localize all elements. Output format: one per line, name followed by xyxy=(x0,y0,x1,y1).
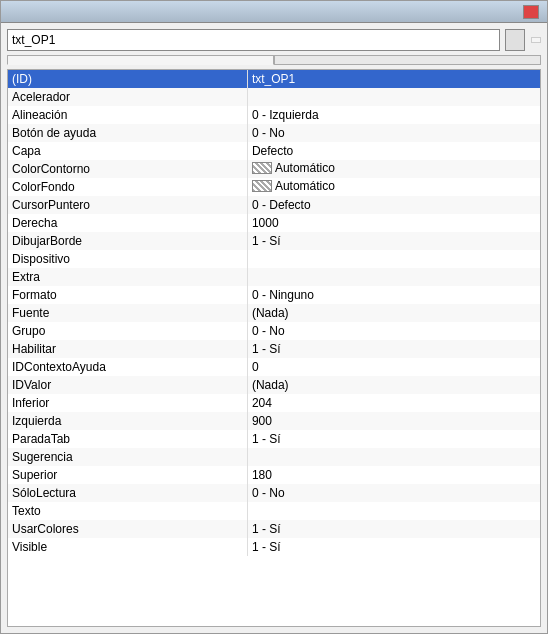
dropdown-row: txt_OP1 xyxy=(7,29,541,51)
property-name: Formato xyxy=(8,286,247,304)
property-value: 1 - Sí xyxy=(247,430,540,448)
close-button[interactable] xyxy=(523,5,539,19)
swatch-label: Automático xyxy=(275,179,335,193)
property-value: txt_OP1 xyxy=(247,70,540,88)
property-name: Fuente xyxy=(8,304,247,322)
property-value: 0 - Izquierda xyxy=(247,106,540,124)
property-name: (ID) xyxy=(8,70,247,88)
property-value: 180 xyxy=(247,466,540,484)
table-row[interactable]: CapaDefecto xyxy=(8,142,540,160)
table-row[interactable]: UsarColores1 - Sí xyxy=(8,520,540,538)
table-row[interactable]: Fuente(Nada) xyxy=(8,304,540,322)
table-row[interactable]: Izquierda900 xyxy=(8,412,540,430)
tab-bar xyxy=(7,55,541,65)
property-value: 0 xyxy=(247,358,540,376)
table-row[interactable]: ParadaTab1 - Sí xyxy=(8,430,540,448)
property-value xyxy=(247,250,540,268)
table-row[interactable]: Inferior204 xyxy=(8,394,540,412)
property-value: 0 - No xyxy=(247,322,540,340)
table-row[interactable]: Habilitar1 - Sí xyxy=(8,340,540,358)
window-content: txt_OP1 (ID)txt_OP1AceleradorAlineación0… xyxy=(1,23,547,633)
swatch-box xyxy=(252,162,272,174)
properties-table-container[interactable]: (ID)txt_OP1AceleradorAlineación0 - Izqui… xyxy=(7,69,541,627)
table-row[interactable]: SóloLectura0 - No xyxy=(8,484,540,502)
property-name: IDContextoAyuda xyxy=(8,358,247,376)
title-bar xyxy=(1,1,547,23)
table-row[interactable]: Derecha1000 xyxy=(8,214,540,232)
tab-normal[interactable] xyxy=(7,55,274,65)
table-row[interactable]: Visible1 - Sí xyxy=(8,538,540,556)
property-name: UsarColores xyxy=(8,520,247,538)
property-name: Habilitar xyxy=(8,340,247,358)
property-value: (Nada) xyxy=(247,304,540,322)
property-value: 0 - No xyxy=(247,484,540,502)
property-name: Botón de ayuda xyxy=(8,124,247,142)
property-name: CursorPuntero xyxy=(8,196,247,214)
property-name: ColorFondo xyxy=(8,178,247,196)
table-row[interactable]: (ID)txt_OP1 xyxy=(8,70,540,88)
table-row[interactable]: Grupo0 - No xyxy=(8,322,540,340)
property-value: 1 - Sí xyxy=(247,232,540,250)
dropdown-arrow-btn[interactable] xyxy=(505,29,525,51)
property-name: Dispositivo xyxy=(8,250,247,268)
property-name: Acelerador xyxy=(8,88,247,106)
property-name: Alineación xyxy=(8,106,247,124)
property-value: 1 - Sí xyxy=(247,340,540,358)
property-name: Derecha xyxy=(8,214,247,232)
property-value: 1 - Sí xyxy=(247,520,540,538)
table-row[interactable]: Alineación0 - Izquierda xyxy=(8,106,540,124)
property-value: (Nada) xyxy=(247,376,540,394)
table-row[interactable]: Superior180 xyxy=(8,466,540,484)
table-row[interactable]: CursorPuntero0 - Defecto xyxy=(8,196,540,214)
property-value xyxy=(247,268,540,286)
property-name: Izquierda xyxy=(8,412,247,430)
property-value: Automático xyxy=(247,160,540,178)
property-value: 0 - Ninguno xyxy=(247,286,540,304)
property-name: Visible xyxy=(8,538,247,556)
property-name: ColorContorno xyxy=(8,160,247,178)
table-row[interactable]: Botón de ayuda0 - No xyxy=(8,124,540,142)
property-name: Capa xyxy=(8,142,247,160)
table-row[interactable]: Dispositivo xyxy=(8,250,540,268)
properties-table: (ID)txt_OP1AceleradorAlineación0 - Izqui… xyxy=(8,70,540,556)
tab-eventos[interactable] xyxy=(274,55,541,64)
property-name: Texto xyxy=(8,502,247,520)
property-value xyxy=(247,448,540,466)
table-row[interactable]: Acelerador xyxy=(8,88,540,106)
property-value xyxy=(247,88,540,106)
property-value xyxy=(247,502,540,520)
property-name: Sugerencia xyxy=(8,448,247,466)
table-row[interactable]: ColorFondoAutomático xyxy=(8,178,540,196)
table-row[interactable]: ColorContornoAutomático xyxy=(8,160,540,178)
swatch-box xyxy=(252,180,272,192)
property-name: Inferior xyxy=(8,394,247,412)
property-value: 1 - Sí xyxy=(247,538,540,556)
property-value: 204 xyxy=(247,394,540,412)
property-value: Automático xyxy=(247,178,540,196)
property-name: SóloLectura xyxy=(8,484,247,502)
property-value: 0 - No xyxy=(247,124,540,142)
table-row[interactable]: IDContextoAyuda0 xyxy=(8,358,540,376)
property-value: Defecto xyxy=(247,142,540,160)
property-value: 1000 xyxy=(247,214,540,232)
swatch-label: Automático xyxy=(275,161,335,175)
table-row[interactable]: DibujarBorde1 - Sí xyxy=(8,232,540,250)
table-row[interactable]: Texto xyxy=(8,502,540,520)
property-name: DibujarBorde xyxy=(8,232,247,250)
property-name: Superior xyxy=(8,466,247,484)
table-row[interactable]: Formato0 - Ninguno xyxy=(8,286,540,304)
property-name: Grupo xyxy=(8,322,247,340)
table-row[interactable]: IDValor(Nada) xyxy=(8,376,540,394)
color-swatch: Automático xyxy=(252,161,335,175)
color-swatch: Automático xyxy=(252,179,335,193)
property-value: 0 - Defecto xyxy=(247,196,540,214)
page-info xyxy=(531,37,541,43)
object-selector[interactable]: txt_OP1 xyxy=(7,29,500,51)
property-value: 900 xyxy=(247,412,540,430)
table-row[interactable]: Sugerencia xyxy=(8,448,540,466)
property-name: Extra xyxy=(8,268,247,286)
property-name: IDValor xyxy=(8,376,247,394)
property-name: ParadaTab xyxy=(8,430,247,448)
main-window: txt_OP1 (ID)txt_OP1AceleradorAlineación0… xyxy=(0,0,548,634)
table-row[interactable]: Extra xyxy=(8,268,540,286)
